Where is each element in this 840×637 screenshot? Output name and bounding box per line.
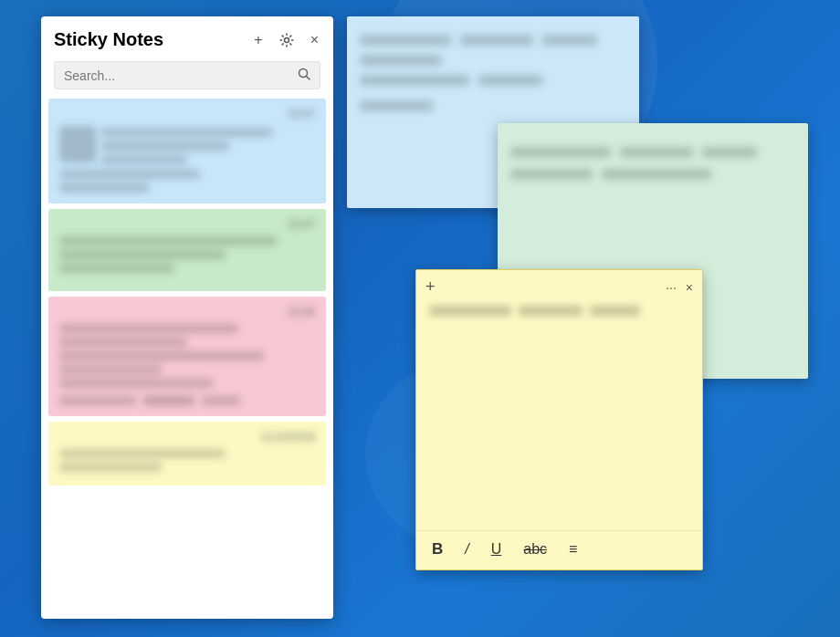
note-lines — [59, 449, 315, 472]
toolbar-italic-button[interactable]: / — [462, 539, 471, 559]
yellow-note-header-left: + — [425, 277, 436, 297]
blue-note-content — [347, 16, 639, 120]
list-panel: Sticky Notes + × 15:07 — [41, 16, 333, 619]
note-thumbnail — [59, 126, 315, 164]
list-item[interactable]: 15:07 — [48, 99, 326, 204]
note-time: 15:06 — [59, 306, 315, 318]
search-bar — [54, 61, 320, 89]
toolbar-list-button[interactable]: ≡ — [566, 539, 580, 559]
toolbar-bold-button[interactable]: B — [429, 538, 446, 560]
green-note-content — [498, 138, 808, 200]
yellow-note-add-button[interactable]: + — [425, 277, 436, 297]
yellow-note-body[interactable] — [416, 302, 702, 530]
search-button[interactable] — [298, 68, 310, 83]
toolbar-strikethrough-button[interactable]: abc — [520, 539, 550, 559]
toolbar-underline-button[interactable]: U — [488, 539, 505, 559]
note-time: 11/10/2018 — [59, 431, 315, 444]
yellow-note-header: + ··· × — [416, 270, 702, 302]
gear-icon — [279, 33, 294, 47]
list-item[interactable]: 11/10/2018 — [48, 422, 326, 486]
note-text-preview — [101, 126, 315, 164]
list-item[interactable]: 15:07 — [48, 209, 326, 291]
list-panel-header: Sticky Notes + × — [41, 16, 333, 57]
app-title: Sticky Notes — [54, 29, 163, 50]
yellow-note-more-button[interactable]: ··· — [666, 280, 677, 295]
note-time: 15:07 — [59, 218, 315, 231]
header-icons: + × — [252, 30, 320, 50]
note-lines — [59, 236, 315, 273]
svg-line-2 — [307, 77, 310, 80]
search-icon — [298, 68, 310, 80]
yellow-note-header-right: ··· × — [666, 280, 693, 295]
search-input[interactable] — [64, 68, 298, 83]
list-item[interactable]: 15:06 — [48, 297, 326, 416]
yellow-note-close-button[interactable]: × — [686, 280, 693, 295]
note-lines — [59, 170, 315, 193]
yellow-note-content-blur — [429, 306, 689, 316]
yellow-note-toolbar: B / U abc ≡ — [416, 530, 702, 569]
note-lines — [59, 324, 315, 405]
floating-note-yellow: + ··· × B / U abc ≡ — [415, 269, 703, 570]
add-note-button[interactable]: + — [252, 30, 264, 50]
settings-button[interactable] — [278, 31, 296, 49]
svg-point-0 — [284, 37, 289, 42]
notes-list: 15:07 15:07 — [41, 99, 333, 619]
note-image — [59, 126, 96, 162]
panel-close-button[interactable]: × — [309, 30, 320, 50]
note-time: 15:07 — [59, 108, 315, 120]
